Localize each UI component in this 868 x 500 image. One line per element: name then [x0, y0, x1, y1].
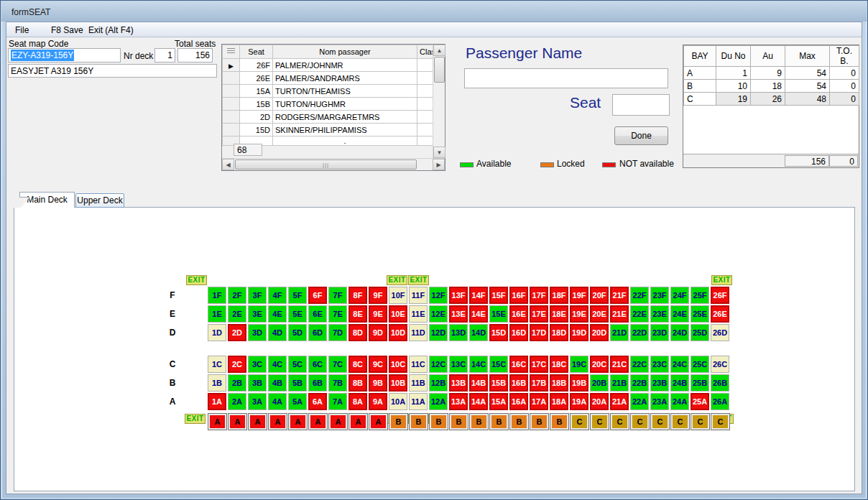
bay-cell[interactable]: A — [684, 67, 716, 80]
seat-2E[interactable]: 2E — [228, 305, 246, 323]
seat-12A[interactable]: 12A — [429, 393, 448, 410]
seat-16F[interactable]: 16F — [509, 287, 528, 304]
seat-7E[interactable]: 7E — [328, 305, 347, 323]
bay-max-cell[interactable]: 54 — [785, 67, 830, 80]
seat-17A[interactable]: 17A — [530, 393, 548, 410]
seat-10F[interactable]: 10F — [389, 287, 407, 304]
seat-7C[interactable]: 7C — [328, 356, 347, 373]
passenger-class-cell[interactable] — [417, 124, 433, 136]
passenger-class-cell[interactable] — [417, 59, 433, 72]
seat-11C[interactable]: 11C — [409, 356, 428, 373]
row-selector-cell[interactable] — [223, 72, 240, 85]
seat-19D[interactable]: 19D — [570, 324, 588, 341]
seat-1D[interactable]: 1D — [208, 324, 226, 341]
seat-13B[interactable]: 13B — [449, 374, 468, 392]
seat-20A[interactable]: 20A — [590, 393, 609, 410]
seat-1B[interactable]: 1B — [208, 374, 226, 392]
menu-f8-save[interactable]: F8 Save — [48, 24, 86, 36]
row-selector-header[interactable] — [223, 45, 240, 59]
passenger-name-cell[interactable]: SKINNER/PHILIPPAMISS — [273, 124, 417, 136]
bay-box-C-col26[interactable]: C — [711, 413, 730, 430]
passenger-seat-cell[interactable]: 26E — [240, 72, 273, 85]
seat-1E[interactable]: 1E — [208, 305, 226, 323]
bay-tob-cell[interactable]: 0 — [830, 80, 859, 93]
seat-24E[interactable]: 24E — [670, 305, 689, 323]
seat-16C[interactable]: 16C — [509, 356, 528, 373]
passenger-class-cell[interactable] — [417, 72, 433, 85]
seat-11F[interactable]: 11F — [409, 287, 428, 304]
seat-25B[interactable]: 25B — [691, 374, 709, 392]
bay-max-cell[interactable]: 54 — [785, 80, 830, 93]
seat-20C[interactable]: 20C — [590, 356, 609, 373]
seat-4A[interactable]: 4A — [268, 393, 287, 410]
seat-16E[interactable]: 16E — [509, 305, 528, 323]
seat-6E[interactable]: 6E — [308, 305, 327, 323]
seat-8F[interactable]: 8F — [348, 287, 367, 304]
seat-9A[interactable]: 9A — [369, 393, 387, 410]
scroll-up-icon[interactable]: ▲ — [433, 45, 445, 56]
seat-13E[interactable]: 13E — [449, 305, 468, 323]
bay-box-B-col11[interactable]: B — [409, 413, 428, 430]
seat-18F[interactable]: 18F — [550, 287, 568, 304]
seat-4D[interactable]: 4D — [268, 324, 287, 341]
passenger-name-cell[interactable]: RODGERS/MARGARETMRS — [273, 111, 417, 124]
passenger-seat-cell[interactable]: 15D — [240, 124, 273, 136]
seat-17E[interactable]: 17E — [530, 305, 548, 323]
menu-file[interactable]: File — [12, 24, 32, 36]
seat-8B[interactable]: 8B — [348, 374, 367, 392]
bay-max-cell[interactable]: 48 — [785, 93, 830, 106]
seat-14D[interactable]: 14D — [469, 324, 488, 341]
passenger-name-cell[interactable]: PALMER/JOHNMR — [273, 59, 417, 72]
bay-cell[interactable]: B — [684, 80, 716, 93]
menu-exit[interactable]: Exit (Alt F4) — [86, 24, 137, 36]
seat-7D[interactable]: 7D — [328, 324, 347, 341]
seat-3C[interactable]: 3C — [248, 356, 267, 373]
seat-7A[interactable]: 7A — [328, 393, 347, 410]
seat-14A[interactable]: 14A — [469, 393, 488, 410]
seat-26F[interactable]: 26F — [711, 287, 729, 304]
bay-cell[interactable]: C — [684, 93, 716, 106]
bay-box-C-col23[interactable]: C — [650, 413, 670, 430]
seat-22A[interactable]: 22A — [630, 393, 649, 410]
seat-21E[interactable]: 21E — [610, 305, 629, 323]
seat-2A[interactable]: 2A — [228, 393, 246, 410]
passenger-seat-cell[interactable]: 15A — [240, 85, 273, 98]
seat-9C[interactable]: 9C — [369, 356, 387, 373]
bay-tob-cell[interactable]: 0 — [830, 93, 859, 106]
bay-au-cell[interactable]: 18 — [751, 80, 785, 93]
seat-10E[interactable]: 10E — [389, 305, 407, 323]
seat-4C[interactable]: 4C — [268, 356, 287, 373]
seat-16A[interactable]: 16A — [509, 393, 528, 410]
seat-15C[interactable]: 15C — [489, 356, 508, 373]
seat-15A[interactable]: 15A — [489, 393, 508, 410]
seat-5F[interactable]: 5F — [288, 287, 307, 304]
seat-10D[interactable]: 10D — [389, 324, 407, 341]
passenger-class-cell[interactable] — [417, 111, 433, 124]
seat-26D[interactable]: 26D — [711, 324, 729, 341]
seat-22E[interactable]: 22E — [630, 305, 649, 323]
hscroll-thumb[interactable]: ||| — [235, 159, 417, 170]
seat-7B[interactable]: 7B — [328, 374, 347, 392]
seat-17B[interactable]: 17B — [530, 374, 548, 392]
total-seats-input[interactable]: 156 — [177, 48, 213, 62]
seat-25D[interactable]: 25D — [691, 324, 709, 341]
seat-11B[interactable]: 11B — [409, 374, 428, 392]
seat-21A[interactable]: 21A — [610, 393, 629, 410]
bay-du_no-cell[interactable]: 10 — [716, 80, 751, 93]
bay-box-B-col18[interactable]: B — [550, 413, 569, 430]
seat-5B[interactable]: 5B — [288, 374, 307, 392]
bay-box-A-col7[interactable]: A — [328, 413, 348, 430]
seat-6B[interactable]: 6B — [308, 374, 327, 392]
seat-25E[interactable]: 25E — [691, 305, 709, 323]
seat-9F[interactable]: 9F — [369, 287, 387, 304]
passenger-class-cell[interactable] — [417, 85, 433, 98]
seat-5D[interactable]: 5D — [288, 324, 307, 341]
bay-box-C-col22[interactable]: C — [630, 413, 650, 430]
seat-20E[interactable]: 20E — [590, 305, 609, 323]
row-selector-cell[interactable] — [223, 85, 240, 98]
seat-23D[interactable]: 23D — [650, 324, 669, 341]
bay-box-A-col5[interactable]: A — [288, 413, 308, 430]
seat-4E[interactable]: 4E — [268, 305, 287, 323]
bay-box-B-col13[interactable]: B — [449, 413, 468, 430]
seat-6C[interactable]: 6C — [308, 356, 327, 373]
